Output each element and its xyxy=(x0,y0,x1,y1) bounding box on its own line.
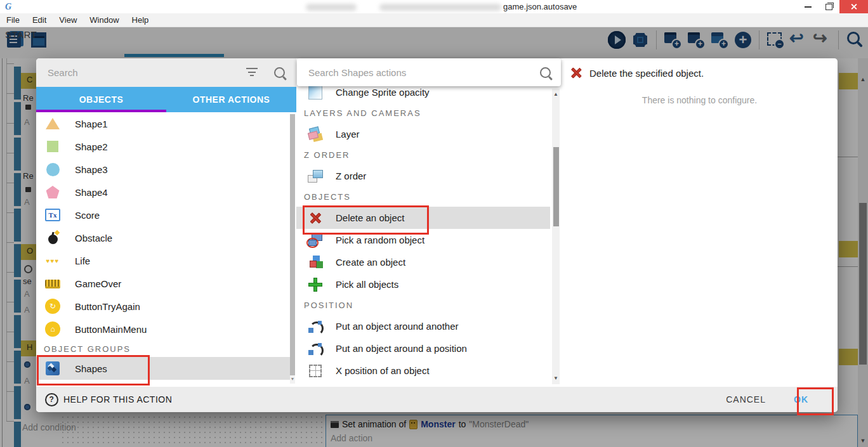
object-label: Shape2 xyxy=(75,141,108,152)
object-label: Life xyxy=(75,256,90,266)
nothing-to-configure-message: There is nothing to configure. xyxy=(562,95,838,105)
action-label: Delete an object xyxy=(336,212,404,223)
object-list-scrollbar[interactable]: ▼ xyxy=(290,114,295,384)
help-label: HELP FOR THIS ACTION xyxy=(63,394,172,405)
action-list: Change Sprite opacityLAYERS AND CAMERASL… xyxy=(296,81,550,382)
scroll-down-icon[interactable]: ▼ xyxy=(552,375,560,381)
object-list-item-gameover[interactable]: GameOver xyxy=(36,272,293,295)
action-item-x-position-of-an-object[interactable]: X position of an object xyxy=(296,360,550,382)
pick-random-object-icon xyxy=(308,234,323,247)
gdevelop-logo-icon: G xyxy=(5,2,11,12)
search-icon[interactable] xyxy=(540,67,551,78)
action-item-pick-a-random-object[interactable]: Pick a random object xyxy=(296,229,550,251)
menu-help[interactable]: Help xyxy=(126,15,155,25)
object-list-item-buttonmainmenu[interactable]: ButtonMainMenu xyxy=(36,318,293,340)
banner-icon xyxy=(44,280,61,287)
scroll-up-icon[interactable]: ▲ xyxy=(552,91,560,97)
triangle-icon xyxy=(44,118,61,129)
delete-object-icon xyxy=(308,212,323,224)
opacity-icon xyxy=(308,86,323,100)
object-groups-header: OBJECT GROUPS xyxy=(36,340,293,357)
ok-button[interactable]: OK xyxy=(789,391,813,408)
object-list-item-score[interactable]: Score xyxy=(36,204,293,226)
instruction-editor-dialog: OBJECTS OTHER ACTIONS Shape1Shape2Shape3… xyxy=(36,58,838,412)
action-description: Delete the specified object. xyxy=(589,68,704,79)
scrollbar-thumb[interactable] xyxy=(290,114,295,375)
tab-objects[interactable]: OBJECTS xyxy=(36,87,166,112)
filter-icon[interactable] xyxy=(246,68,258,77)
create-object-icon xyxy=(308,256,323,269)
tab-objects-label: OBJECTS xyxy=(79,94,124,105)
objects-search-bar xyxy=(36,58,296,87)
action-item-delete-an-object[interactable]: Delete an object xyxy=(296,207,550,229)
object-label: ButtonMainMenu xyxy=(75,324,147,335)
close-icon[interactable] xyxy=(839,0,868,13)
menu-bar: FileEditViewWindowHelp xyxy=(0,13,868,27)
title-bar: G game.json.autosave xyxy=(0,0,868,13)
menu-file[interactable]: File xyxy=(0,15,26,25)
object-label: Obstacle xyxy=(75,233,112,243)
object-list-item-shape4[interactable]: Shape4 xyxy=(36,181,293,204)
action-label: Pick all objects xyxy=(336,279,398,290)
object-label: GameOver xyxy=(75,278,121,289)
x-position-icon xyxy=(308,365,323,377)
action-label: Put an object around another xyxy=(336,321,458,332)
action-list-scrollbar[interactable]: ▲ ▼ xyxy=(552,89,560,384)
action-item-put-an-object-around-a-position[interactable]: Put an object around a position xyxy=(296,337,550,360)
around-object-icon xyxy=(308,320,323,333)
object-label: ButtonTryAgain xyxy=(75,301,140,312)
action-label: Put an object around a position xyxy=(336,343,467,354)
group-label: Shapes xyxy=(75,363,107,374)
action-item-z-order[interactable]: Z order xyxy=(296,165,550,187)
square-icon xyxy=(44,141,61,152)
action-label: Create an object xyxy=(336,257,405,268)
actions-search-bar xyxy=(297,58,561,86)
delete-object-icon xyxy=(570,67,581,78)
minimize-icon[interactable] xyxy=(798,0,817,13)
object-list-item-buttontryagain[interactable]: ButtonTryAgain xyxy=(36,295,293,318)
actions-panel: Change Sprite opacityLAYERS AND CAMERASL… xyxy=(296,58,562,387)
object-label: Shape3 xyxy=(75,164,108,175)
configuration-panel: Delete the specified object. There is no… xyxy=(562,58,838,387)
actions-search-input[interactable] xyxy=(297,67,540,79)
object-label: Score xyxy=(75,210,100,221)
menu-edit[interactable]: Edit xyxy=(26,15,53,25)
section-header: POSITION xyxy=(296,295,550,315)
restore-icon[interactable] xyxy=(819,0,838,13)
action-item-pick-all-objects[interactable]: Pick all objects xyxy=(296,273,550,295)
object-list-item-shape3[interactable]: Shape3 xyxy=(36,158,293,181)
objects-search-input[interactable] xyxy=(36,67,246,79)
search-icon[interactable] xyxy=(274,67,285,78)
scroll-down-icon[interactable]: ▼ xyxy=(290,377,295,381)
object-group-icon xyxy=(44,361,61,375)
section-header: LAYERS AND CAMERAS xyxy=(296,103,550,123)
tab-other-actions[interactable]: OTHER ACTIONS xyxy=(166,87,296,112)
action-item-create-an-object[interactable]: Create an object xyxy=(296,251,550,273)
hearts-icon xyxy=(44,257,61,264)
object-list-item-shape2[interactable]: Shape2 xyxy=(36,135,293,158)
scrollbar-thumb[interactable] xyxy=(553,147,559,226)
object-panel-tabs: OBJECTS OTHER ACTIONS xyxy=(36,87,296,112)
object-list-item-life[interactable]: Life xyxy=(36,249,293,272)
action-label: Z order xyxy=(336,171,366,181)
help-for-this-action-button[interactable]: ? HELP FOR THIS ACTION xyxy=(45,393,172,406)
gdevelop-window: G game.json.autosave FileEditViewWindowH… xyxy=(0,0,868,447)
cancel-button[interactable]: CANCEL xyxy=(721,391,771,408)
menu-view[interactable]: View xyxy=(53,15,83,25)
object-group-list: Shapes xyxy=(36,357,293,380)
action-description-header: Delete the specified object. xyxy=(570,67,704,79)
group-list-item-shapes[interactable]: Shapes xyxy=(36,357,293,380)
redacted-path-blur xyxy=(379,4,501,11)
action-label: Pick a random object xyxy=(336,235,424,245)
section-header: Z ORDER xyxy=(296,145,550,165)
object-list-item-shape1[interactable]: Shape1 xyxy=(36,112,293,135)
menu-window[interactable]: Window xyxy=(83,15,125,25)
action-item-put-an-object-around-another[interactable]: Put an object around another xyxy=(296,315,550,337)
object-list-item-obstacle[interactable]: Obstacle xyxy=(36,226,293,249)
pick-all-objects-icon xyxy=(308,278,323,292)
window-title: game.json.autosave xyxy=(503,2,577,11)
action-item-layer[interactable]: Layer xyxy=(296,123,550,145)
action-label: X position of an object xyxy=(336,365,430,376)
pentagon-icon xyxy=(44,186,61,198)
home-button-icon xyxy=(44,321,61,337)
